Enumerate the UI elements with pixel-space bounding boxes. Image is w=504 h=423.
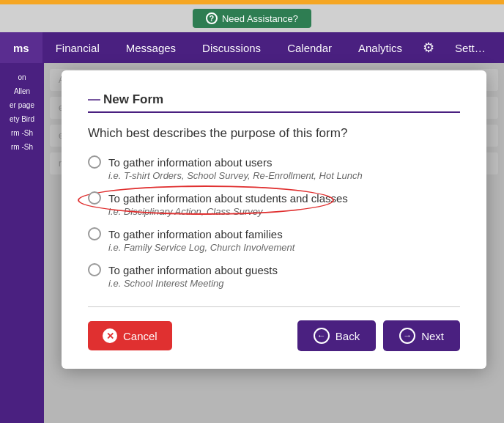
modal-question: Which best describes the purpose of this… [88, 126, 460, 141]
cancel-button[interactable]: ✕ Cancel [88, 321, 172, 350]
nav-item-calendar[interactable]: Calendar [274, 32, 345, 63]
assistance-label: Need Assistance? [222, 13, 298, 24]
radio-guests[interactable] [88, 263, 101, 276]
sidebar-item-bird[interactable]: ety Bird [0, 112, 44, 126]
modal-title: New Form [88, 92, 460, 113]
sidebar-item-rm2[interactable]: rm -Sh [0, 140, 44, 154]
nav-item-discussions[interactable]: Discussions [189, 32, 274, 63]
question-circle-icon: ? [206, 12, 218, 24]
radio-hint-users: i.e. T-shirt Orders, School Survey, Re-E… [108, 170, 460, 181]
new-form-modal: New Form Which best describes the purpos… [62, 70, 486, 369]
radio-students[interactable] [88, 191, 101, 205]
radio-label-guests: To gather information about guests [108, 264, 278, 276]
nav-gear-icon[interactable]: ⚙ [415, 40, 442, 56]
assistance-button[interactable]: ? Need Assistance? [193, 9, 311, 28]
nav-item-forms[interactable]: ms [0, 32, 42, 63]
radio-option-students: To gather information about students and… [88, 191, 460, 217]
radio-option-users: To gather information about users i.e. T… [88, 155, 460, 181]
nav-bar: ms Financial Messages Discussions Calend… [0, 32, 504, 63]
content-area: Allen er page ety Bird rm -Sh New Form W… [44, 63, 504, 423]
radio-hint-guests: i.e. School Interest Meeting [108, 278, 460, 289]
sidebar-item-epage[interactable]: er page [0, 98, 44, 112]
nav-item-financial[interactable]: Financial [42, 32, 113, 63]
button-row: ✕ Cancel ← Back → Next [88, 320, 460, 351]
radio-label-users: To gather information about users [108, 156, 272, 169]
back-button[interactable]: ← Back [297, 320, 376, 351]
next-arrow-icon: → [399, 328, 415, 344]
radio-group: To gather information about users i.e. T… [88, 155, 460, 289]
modal-overlay: New Form Which best describes the purpos… [44, 63, 504, 423]
nav-item-messages[interactable]: Messages [113, 32, 189, 63]
sidebar-item-on[interactable]: on [0, 70, 44, 84]
sidebar-item-rm1[interactable]: rm -Sh [0, 126, 44, 140]
radio-label-students: To gather information about students and… [108, 192, 348, 205]
modal-divider [88, 306, 460, 307]
radio-hint-families: i.e. Family Service Log, Church Involvem… [108, 242, 460, 253]
next-button[interactable]: → Next [383, 320, 460, 351]
radio-option-families: To gather information about families i.e… [88, 227, 460, 253]
main-area: on Allen er page ety Bird rm -Sh rm -Sh … [0, 63, 504, 423]
radio-option-guests: To gather information about guests i.e. … [88, 263, 460, 289]
radio-hint-students: i.e. Disciplinary Action, Class Survey [108, 206, 460, 217]
assistance-bar: ? Need Assistance? [0, 4, 504, 32]
sidebar-item-allen[interactable]: Allen [0, 84, 44, 98]
back-arrow-icon: ← [314, 328, 330, 344]
radio-label-families: To gather information about families [108, 228, 283, 240]
nav-item-analytics[interactable]: Analytics [345, 32, 415, 63]
radio-users[interactable] [88, 155, 101, 169]
x-icon: ✕ [103, 328, 117, 343]
sidebar: on Allen er page ety Bird rm -Sh rm -Sh [0, 63, 44, 423]
nav-buttons: ← Back → Next [297, 320, 460, 351]
radio-families[interactable] [88, 227, 101, 240]
nav-item-settings[interactable]: Sett… [442, 32, 499, 63]
